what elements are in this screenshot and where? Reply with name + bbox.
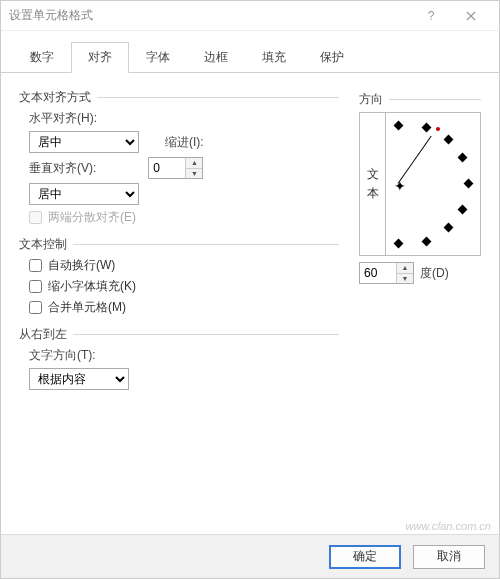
cancel-button[interactable]: 取消 — [413, 545, 485, 569]
help-button[interactable]: ? — [411, 2, 451, 30]
tab-alignment[interactable]: 对齐 — [71, 42, 129, 73]
indent-up-button[interactable]: ▲ — [186, 158, 202, 169]
dial-marker-icon — [436, 127, 440, 131]
indent-spinner[interactable]: ▲ ▼ — [148, 157, 203, 179]
h-align-select[interactable]: 居中 — [29, 131, 139, 153]
window-title: 设置单元格格式 — [9, 7, 411, 24]
group-text-alignment: 文本对齐方式 — [19, 89, 339, 106]
orientation-panel: 方向 文 本 ✦ — [359, 85, 481, 284]
degree-down-button[interactable]: ▼ — [397, 274, 413, 284]
tab-protection[interactable]: 保护 — [303, 42, 361, 73]
tab-border[interactable]: 边框 — [187, 42, 245, 73]
indent-label: 缩进(I): — [165, 134, 204, 151]
group-orientation: 方向 — [359, 91, 481, 108]
orientation-dial[interactable]: ✦ — [386, 113, 480, 255]
degree-label: 度(D) — [420, 265, 449, 282]
degree-spinner[interactable]: ▲ ▼ — [359, 262, 414, 284]
close-icon — [466, 11, 476, 21]
wrap-text-label: 自动换行(W) — [48, 257, 115, 274]
degree-up-button[interactable]: ▲ — [397, 263, 413, 274]
ok-button[interactable]: 确定 — [329, 545, 401, 569]
tab-strip: 数字 对齐 字体 边框 填充 保护 — [1, 31, 499, 73]
content-pane: 文本对齐方式 水平对齐(H): 居中 缩进(I): 垂直对齐(V): ▲ ▼ — [1, 73, 499, 553]
tab-fill[interactable]: 填充 — [245, 42, 303, 73]
close-button[interactable] — [451, 2, 491, 30]
titlebar: 设置单元格格式 ? — [1, 1, 499, 31]
shrink-fit-label: 缩小字体填充(K) — [48, 278, 136, 295]
watermark: www.cfan.com.cn — [405, 520, 491, 532]
group-rtl: 从右到左 — [19, 326, 339, 343]
merge-cells-checkbox[interactable] — [29, 301, 42, 314]
v-align-label: 垂直对齐(V): — [29, 160, 96, 177]
vertical-text-button[interactable]: 文 本 — [360, 113, 386, 255]
indent-input[interactable] — [149, 158, 185, 178]
group-text-control: 文本控制 — [19, 236, 339, 253]
orientation-needle — [398, 136, 432, 184]
tab-number[interactable]: 数字 — [13, 42, 71, 73]
shrink-fit-checkbox[interactable] — [29, 280, 42, 293]
tab-font[interactable]: 字体 — [129, 42, 187, 73]
text-direction-label: 文字方向(T): — [29, 347, 96, 364]
v-align-select[interactable]: 居中 — [29, 183, 139, 205]
dialog-footer: 确定 取消 — [1, 534, 499, 578]
wrap-text-checkbox[interactable] — [29, 259, 42, 272]
indent-down-button[interactable]: ▼ — [186, 169, 202, 179]
justify-distributed-checkbox — [29, 211, 42, 224]
text-direction-select[interactable]: 根据内容 — [29, 368, 129, 390]
justify-distributed-label: 两端分散对齐(E) — [48, 209, 136, 226]
merge-cells-label: 合并单元格(M) — [48, 299, 126, 316]
degree-input[interactable] — [360, 263, 396, 283]
h-align-label: 水平对齐(H): — [29, 110, 97, 127]
